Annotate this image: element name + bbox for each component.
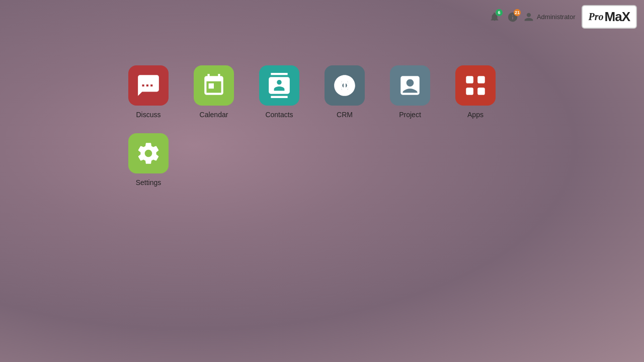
apps-grid: Discuss Calendar Contacts CRM bbox=[121, 65, 503, 124]
settings-label: Settings bbox=[136, 178, 162, 187]
calendar-icon bbox=[194, 65, 234, 106]
app-project[interactable]: Project bbox=[382, 65, 438, 119]
svg-rect-3 bbox=[466, 87, 473, 95]
logo-pro: Pro bbox=[589, 11, 604, 23]
svg-rect-2 bbox=[477, 76, 485, 83]
app-contacts[interactable]: Contacts bbox=[252, 65, 307, 119]
notification-activity[interactable]: 21 bbox=[506, 10, 520, 24]
notification-2-count: 21 bbox=[514, 9, 521, 16]
logo: Pro MaX bbox=[582, 5, 637, 29]
contacts-label: Contacts bbox=[265, 111, 293, 119]
app-settings[interactable]: Settings bbox=[121, 133, 176, 187]
discuss-label: Discuss bbox=[136, 111, 160, 119]
contacts-icon bbox=[259, 65, 299, 106]
header: 6 21 Administrator Pro MaX bbox=[480, 0, 644, 34]
crm-label: CRM bbox=[337, 111, 353, 119]
app-apps[interactable]: Apps bbox=[448, 65, 503, 119]
apps-icon bbox=[455, 65, 496, 106]
svg-rect-4 bbox=[477, 87, 485, 95]
svg-rect-1 bbox=[466, 76, 473, 83]
apps-label: Apps bbox=[467, 111, 484, 119]
admin-user[interactable]: Administrator bbox=[524, 12, 576, 22]
logo-max: MaX bbox=[605, 9, 630, 25]
app-crm[interactable]: CRM bbox=[317, 65, 372, 119]
admin-label: Administrator bbox=[537, 13, 576, 21]
app-calendar[interactable]: Calendar bbox=[186, 65, 242, 119]
calendar-label: Calendar bbox=[200, 111, 228, 119]
project-label: Project bbox=[399, 111, 421, 119]
notification-bell-1[interactable]: 6 bbox=[488, 10, 502, 24]
apps-row2: Settings bbox=[121, 133, 176, 187]
notification-1-count: 6 bbox=[496, 9, 503, 16]
discuss-icon bbox=[128, 65, 169, 106]
app-discuss[interactable]: Discuss bbox=[121, 65, 176, 119]
crm-icon bbox=[325, 65, 365, 106]
settings-icon bbox=[128, 133, 169, 173]
project-icon bbox=[390, 65, 430, 106]
